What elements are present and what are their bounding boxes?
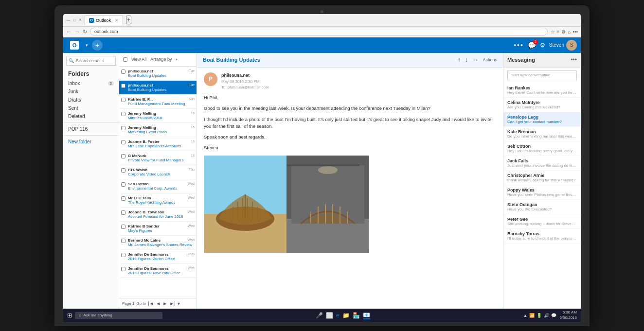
select-all-checkbox[interactable]: [123, 57, 127, 62]
email-sender-4: Jeremy Melling: [122, 111, 194, 116]
email-checkbox-1[interactable]: [121, 70, 125, 74]
email-checkbox-7[interactable]: [121, 154, 125, 158]
notification-icon[interactable]: 💬: [551, 313, 556, 318]
email-checkbox-5[interactable]: [121, 126, 125, 130]
arrange-by-label[interactable]: Arrange by: [150, 57, 172, 62]
tab-close-icon[interactable]: ✕: [115, 18, 119, 23]
email-item-9[interactable]: Seb Cotton Environmental Corp. Awards We…: [119, 179, 197, 193]
email-item-2[interactable]: philsousa.net Boat Building Updates Tue: [119, 81, 197, 95]
email-item-7[interactable]: G McNurk Private View for Fund Managers …: [119, 151, 197, 165]
battery-icon[interactable]: 🔋: [537, 313, 542, 318]
browser-tab-outlook[interactable]: O Outlook ✕: [85, 15, 123, 25]
volume-icon[interactable]: 🔊: [544, 313, 549, 318]
email-item-8[interactable]: P.H. Walsh Corporate Video Launch Thu: [119, 165, 197, 179]
settings-icon[interactable]: ⚙: [540, 42, 545, 49]
messaging-preview-poppy: Have you seen Philips new game this week…: [507, 192, 577, 197]
taskbar-chevron-icon[interactable]: ▲: [523, 313, 528, 318]
search-box[interactable]: 🔍: [66, 56, 116, 66]
taskbar-search[interactable]: ○ Ask me anything: [75, 312, 162, 319]
email-item-14[interactable]: Jennifer De Saumarez 2016 Figures: Zuric…: [119, 250, 197, 264]
compose-button[interactable]: +: [92, 40, 103, 51]
taskbar-mic-icon[interactable]: 🎤: [316, 312, 323, 319]
email-checkbox-6[interactable]: [121, 140, 125, 144]
reply-button[interactable]: ↑: [457, 56, 461, 64]
email-checkbox-14[interactable]: [121, 253, 125, 257]
page-first-button[interactable]: |◄: [148, 301, 154, 306]
folder-item-new[interactable]: New folder: [63, 138, 119, 146]
email-item-13[interactable]: Bernard Mc Laine Mr. James Salvager's Sh…: [119, 236, 197, 250]
messaging-item-celina[interactable]: Celina McIntyre Are you coming this week…: [503, 98, 581, 112]
folder-item-inbox[interactable]: Inbox 2: [63, 79, 119, 87]
forward-button[interactable]: →: [472, 56, 479, 64]
messaging-more-button[interactable]: •••: [571, 56, 577, 63]
messaging-item-penelope[interactable]: Penelope Legg Can I get your contact num…: [503, 112, 581, 127]
taskbar-edge-icon[interactable]: e: [336, 312, 340, 319]
page-prev-button[interactable]: ◄: [156, 301, 161, 306]
new-tab-button[interactable]: +: [126, 16, 131, 24]
messaging-item-peter[interactable]: Peter Gee Still working, writing it down…: [503, 214, 581, 229]
home-icon[interactable]: ⌂: [568, 29, 571, 35]
taskbar-explorer-icon[interactable]: 📁: [342, 312, 350, 319]
nav-chevron-icon[interactable]: ▾: [86, 43, 88, 48]
email-checkbox-13[interactable]: [121, 239, 125, 243]
taskbar-windows-icon[interactable]: ⬜: [326, 312, 333, 319]
messaging-item-ian[interactable]: Ian Rankes Hey there! Can't write now ar…: [503, 83, 581, 98]
view-all-label[interactable]: View All: [131, 57, 146, 62]
email-checkbox-10[interactable]: [121, 196, 125, 201]
email-item-5[interactable]: Jeremy Melling Marketing Event Plans 1s: [119, 123, 197, 137]
email-time-14: 12/05: [186, 252, 195, 256]
email-item-10[interactable]: Mr LFC Talla The Royal Yachting Awards W…: [119, 193, 197, 208]
email-item-12[interactable]: Katrine B Sander May's Figures Wed: [119, 222, 197, 236]
folder-item-sent[interactable]: Sent: [63, 104, 119, 112]
email-item-1[interactable]: philsousa.net Boat Building Updates Tue: [119, 67, 197, 81]
messaging-item-seb[interactable]: Seb Cotton Hey Rob it's looking pretty g…: [503, 141, 581, 156]
messaging-preview-seb: Hey Rob it's looking pretty good, did yo…: [507, 149, 577, 153]
actions-label: Actions: [483, 57, 497, 62]
email-checkbox-15[interactable]: [121, 267, 125, 271]
page-next-button[interactable]: ►: [162, 301, 167, 306]
email-item-11[interactable]: Joanne B. Townson Account Forecast for J…: [119, 208, 197, 222]
taskbar-outlook-icon[interactable]: 📧: [363, 312, 370, 319]
settings-icon[interactable]: ⚙: [561, 29, 566, 35]
messaging-item-stefo[interactable]: Stefo Octogan Have you the forecasted?: [503, 200, 581, 214]
new-conversation-input[interactable]: Start new conversation: [507, 70, 577, 80]
email-checkbox-4[interactable]: [121, 112, 125, 116]
more-icon[interactable]: •••: [572, 29, 578, 35]
address-bar[interactable]: outlook.com: [90, 28, 548, 35]
email-item-6[interactable]: Joanne B. Foster Mrs Jane Copeland's Acc…: [119, 137, 197, 151]
maximize-button[interactable]: □: [72, 17, 77, 22]
email-item-15[interactable]: Jennifer De Saumarez 2016 Figures: New Y…: [119, 264, 197, 278]
user-profile[interactable]: Steven S: [549, 40, 577, 51]
messaging-item-jack[interactable]: Jack Falls Just sent your invoice the da…: [503, 156, 581, 171]
email-checkbox-12[interactable]: [121, 225, 125, 229]
folder-item-drafts[interactable]: Drafts: [63, 96, 119, 104]
taskbar-store-icon[interactable]: 🏪: [353, 312, 360, 319]
messaging-item-poppy[interactable]: Poppy Wales Have you seen Philips new ga…: [503, 185, 581, 200]
folder-item-junk[interactable]: Junk: [63, 87, 119, 96]
email-item-4[interactable]: Jeremy Melling Minutes 08/05/2016 1s: [119, 109, 197, 123]
email-checkbox-3[interactable]: [121, 98, 125, 102]
messaging-item-kate[interactable]: Kate Brennan Do you mind texting me late…: [503, 127, 581, 141]
messaging-item-christopher[interactable]: Christopher Arnie thank woman, asking fo…: [503, 171, 581, 185]
chat-button[interactable]: 💬 2: [528, 41, 536, 49]
menu-icon[interactable]: ≡: [557, 29, 560, 35]
minimize-button[interactable]: —: [66, 17, 71, 22]
page-last-button[interactable]: ►|: [169, 301, 176, 306]
start-button[interactable]: ⊞: [67, 312, 72, 319]
email-checkbox-2[interactable]: [121, 84, 125, 88]
messaging-item-barnaby[interactable]: Barnaby Torras I'll make sure to check i…: [503, 229, 581, 244]
email-checkbox-11[interactable]: [121, 210, 125, 215]
back-button[interactable]: ←: [66, 29, 72, 35]
close-button[interactable]: ✕: [78, 17, 83, 22]
network-icon[interactable]: 📶: [529, 313, 535, 318]
star-icon[interactable]: ☆: [551, 29, 555, 35]
forward-button[interactable]: →: [74, 29, 80, 35]
nav-more-button[interactable]: •••: [514, 41, 524, 49]
refresh-button[interactable]: ↻: [83, 29, 87, 35]
folder-item-deleted[interactable]: Deleted: [63, 112, 119, 121]
email-checkbox-8[interactable]: [121, 168, 125, 173]
page-down-button[interactable]: ▾: [178, 301, 180, 306]
email-checkbox-9[interactable]: [121, 182, 125, 187]
download-button[interactable]: ↓: [465, 56, 468, 64]
email-item-3[interactable]: Katrine B. F... Fund Management Tues Mee…: [119, 95, 197, 109]
